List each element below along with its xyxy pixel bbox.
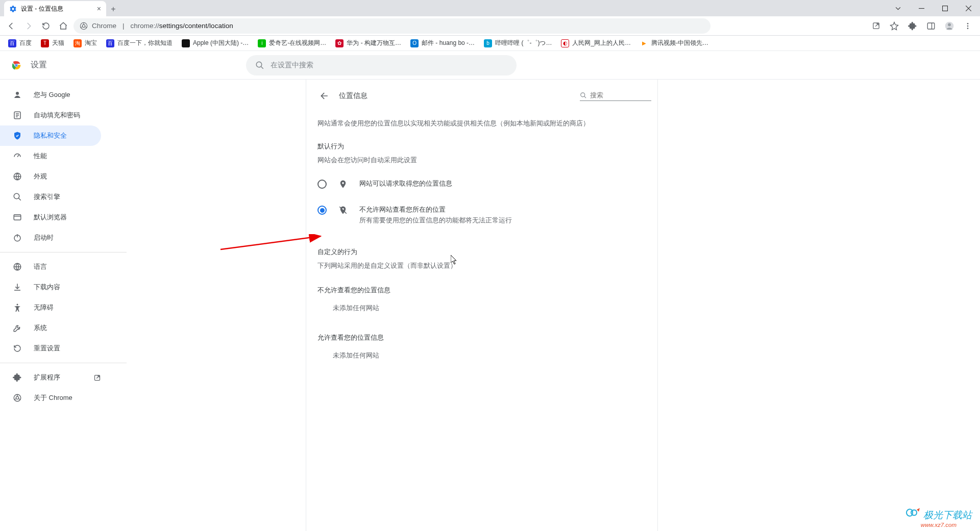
svg-point-34 [16, 396, 18, 399]
panel-back-button[interactable] [317, 89, 332, 103]
sidebar-item-you-and-google[interactable]: 您与 Google [0, 85, 101, 105]
puzzle-icon [12, 372, 22, 383]
svg-point-38 [581, 92, 585, 96]
accessibility-icon [12, 302, 22, 313]
radio-block-sublabel: 所有需要使用您的位置信息的功能都将无法正常运行 [359, 216, 512, 225]
sidepanel-icon[interactable] [923, 19, 939, 33]
window-minimize-button[interactable] [910, 0, 933, 16]
bookmark-item[interactable]: 百百度一下，你就知道 [103, 38, 176, 48]
sidebar-item-reset[interactable]: 重置设置 [0, 338, 101, 359]
extensions-icon[interactable] [904, 19, 921, 33]
svg-line-39 [584, 96, 586, 97]
settings-search-placeholder: 在设置中搜索 [271, 61, 313, 70]
chrome-outline-icon [12, 393, 22, 403]
search-icon [12, 192, 22, 202]
settings-search-input[interactable]: 在设置中搜索 [246, 55, 517, 75]
sidebar-item-language[interactable]: 语言 [0, 257, 101, 277]
bookmark-item[interactable]: ✿华为 - 构建万物互… [332, 38, 404, 48]
settings-gear-icon [9, 5, 17, 13]
reload-button[interactable] [39, 19, 53, 33]
menu-icon[interactable] [960, 19, 976, 33]
bookmark-item[interactable]: ▶腾讯视频-中国领先… [637, 38, 712, 48]
share-icon[interactable] [868, 19, 884, 33]
external-link-icon [93, 374, 101, 382]
svg-line-37 [18, 399, 20, 400]
settings-main-panel: 位置信息 网站通常会使用您的位置信息以实现相关功能或提供相关信息（例如本地新闻或… [306, 80, 658, 531]
browser-toolbar: Chrome | chrome://settings/content/locat… [0, 16, 980, 36]
bookmark-item[interactable]: 淘淘宝 [70, 38, 100, 48]
bookmark-item[interactable]: b哔哩哔哩 (゜-゜)つ… [481, 38, 555, 48]
sidebar-item-on-startup[interactable]: 启动时 [0, 227, 101, 248]
panel-search-input[interactable] [580, 91, 651, 101]
radio-checked-icon[interactable] [317, 206, 327, 215]
back-button[interactable] [4, 19, 18, 33]
svg-point-2 [82, 24, 85, 27]
bookmark-item[interactable]: ◐人民网_网上的人民… [558, 38, 634, 48]
sidebar-item-performance[interactable]: 性能 [0, 146, 101, 166]
bookmark-item[interactable]: Apple (中国大陆) -… [179, 38, 252, 48]
window-titlebar: 设置 - 位置信息 × + [0, 0, 980, 16]
bookmark-item[interactable]: T天猫 [38, 38, 67, 48]
location-icon [338, 180, 348, 189]
watermark-logo-icon [905, 507, 921, 518]
sidebar-item-about[interactable]: 关于 Chrome [0, 388, 101, 408]
allowed-list-empty: 未添加任何网站 [333, 351, 653, 360]
sidebar-item-extensions[interactable]: 扩展程序 [0, 367, 101, 388]
blocked-list-title: 不允许查看您的位置信息 [317, 286, 653, 295]
custom-behavior-title: 自定义的行为 [317, 247, 653, 257]
sidebar-item-search-engine[interactable]: 搜索引擎 [0, 187, 101, 207]
location-off-icon [338, 206, 348, 215]
chevron-down-icon[interactable] [886, 0, 910, 16]
sidebar-item-privacy[interactable]: 隐私和安全 [0, 125, 101, 146]
bookmark-item[interactable]: O邮件 - huang bo -… [407, 38, 478, 48]
address-bar[interactable]: Chrome | chrome://settings/content/locat… [74, 18, 710, 34]
panel-search-field[interactable] [590, 91, 651, 99]
sidebar-item-system[interactable]: 系统 [0, 318, 101, 338]
panel-description: 网站通常会使用您的位置信息以实现相关功能或提供相关信息（例如本地新闻或附近的商店… [317, 118, 653, 129]
star-icon[interactable] [886, 19, 902, 33]
tab-close-icon[interactable]: × [97, 5, 101, 13]
bookmark-item[interactable]: 百百度 [5, 38, 35, 48]
radio-option-block[interactable]: 不允许网站查看您所在的位置 所有需要使用您的位置信息的功能都将无法正常运行 [317, 203, 653, 227]
power-icon [12, 233, 22, 243]
svg-point-15 [256, 62, 262, 67]
home-button[interactable] [56, 19, 70, 33]
default-behavior-subtitle: 网站会在您访问时自动采用此设置 [317, 156, 653, 165]
sidebar-divider [0, 363, 127, 363]
svg-rect-0 [942, 6, 947, 11]
sidebar-item-accessibility[interactable]: 无障碍 [0, 297, 101, 318]
svg-point-9 [967, 25, 969, 27]
window-close-button[interactable] [957, 0, 980, 16]
sidebar-item-appearance[interactable]: 外观 [0, 166, 101, 187]
svg-point-8 [967, 23, 969, 24]
bookmark-item[interactable]: i爱奇艺-在线视频网… [255, 38, 329, 48]
browser-tab[interactable]: 设置 - 位置信息 × [4, 1, 106, 16]
sidebar-item-default-browser[interactable]: 默认浏览器 [0, 207, 101, 227]
sidebar-item-downloads[interactable]: 下载内容 [0, 277, 101, 297]
svg-point-24 [14, 193, 19, 199]
browser-icon [12, 212, 22, 222]
radio-option-allow[interactable]: 网站可以请求取得您的位置信息 [317, 177, 653, 191]
window-controls [886, 0, 980, 16]
download-icon [12, 282, 22, 292]
panel-title: 位置信息 [339, 91, 368, 100]
wrench-icon [12, 323, 22, 333]
window-maximize-button[interactable] [933, 0, 957, 16]
sidebar-item-autofill[interactable]: 自动填充和密码 [0, 105, 101, 125]
chrome-icon [80, 22, 88, 30]
search-icon [580, 91, 587, 99]
shield-icon [12, 131, 22, 141]
svg-line-36 [14, 399, 16, 400]
svg-point-17 [16, 92, 19, 95]
person-icon [12, 90, 22, 100]
svg-rect-26 [14, 215, 21, 220]
radio-unchecked-icon[interactable] [317, 180, 327, 189]
svg-line-16 [261, 66, 263, 69]
forward-button[interactable] [21, 19, 36, 33]
svg-line-25 [18, 198, 21, 200]
radio-block-label: 不允许网站查看您所在的位置 [359, 205, 512, 214]
radio-allow-label: 网站可以请求取得您的位置信息 [359, 179, 452, 188]
profile-icon[interactable] [941, 19, 958, 33]
svg-line-22 [17, 155, 19, 157]
new-tab-button[interactable]: + [106, 2, 120, 16]
